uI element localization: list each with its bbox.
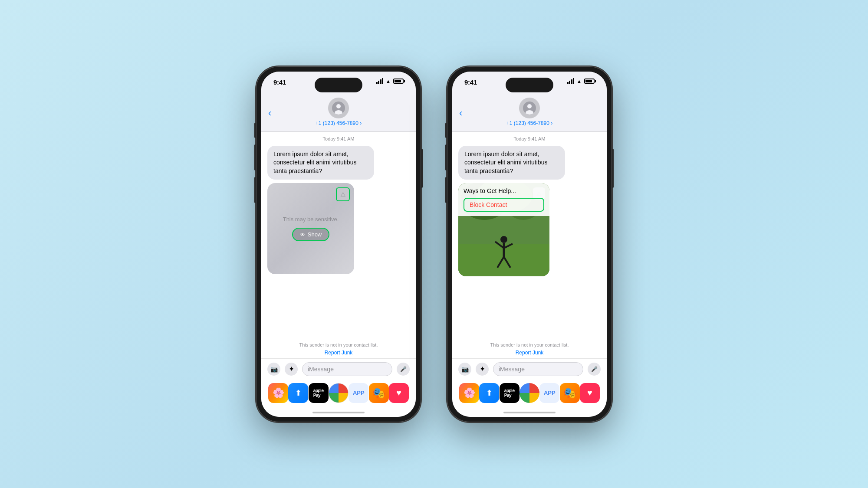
power-button-right <box>612 149 614 188</box>
signal-icon-left <box>376 79 384 84</box>
input-bar-left: 📷 ✦ iMessage 🎤 <box>261 358 416 380</box>
warning-triangle-icon: ⚠ <box>340 191 346 198</box>
messages-area-left: Today 9:41 AM Lorem ipsum dolor sit amet… <box>261 132 416 338</box>
power-button <box>421 149 423 188</box>
battery-fill-left <box>395 80 401 82</box>
text-message-right: Lorem ipsum dolor sit amet, consectetur … <box>458 146 565 180</box>
camera-button-left[interactable]: 📷 <box>267 363 280 376</box>
bottom-notice-right: This sender is not in your contact list.… <box>452 338 607 358</box>
message-input-right[interactable]: iMessage <box>493 362 583 376</box>
dock-avatar-left[interactable]: 🎭 <box>369 383 389 403</box>
bottom-notice-left: This sender is not in your contact list.… <box>261 338 416 358</box>
phone-screen-left: 9:41 ▲ ‹ +1 (123) 456-7890 › <box>261 72 416 417</box>
dock-chrome-right[interactable] <box>519 383 539 403</box>
battery-fill-right <box>585 80 592 82</box>
message-input-left[interactable]: iMessage <box>302 362 392 376</box>
phone-right: 9:41 ▲ ‹ +1 (123) 456-7890 › <box>447 66 612 422</box>
home-indicator-left <box>261 408 416 417</box>
dock-photos-right[interactable]: 🌸 <box>459 383 479 403</box>
phone-left: 9:41 ▲ ‹ +1 (123) 456-7890 › <box>256 66 421 422</box>
battery-icon-left <box>393 79 404 84</box>
status-time-right: 9:41 <box>464 79 477 86</box>
contact-avatar-left[interactable] <box>328 98 349 118</box>
report-junk-link-right[interactable]: Report Junk <box>461 350 598 356</box>
dock-right: 🌸 ⬆ applePay APP 🎭 ♥ <box>452 380 607 408</box>
volume-up-button <box>254 144 256 170</box>
messages-area-right: Today 9:41 AM Lorem ipsum dolor sit amet… <box>452 132 607 338</box>
avatar-icon-left <box>332 102 345 115</box>
dock-applepay-right[interactable]: applePay <box>500 383 519 403</box>
dock-heart-right[interactable]: ♥ <box>580 383 600 403</box>
eye-icon-left: 👁 <box>300 232 305 238</box>
contact-avatar-right[interactable] <box>519 98 540 118</box>
dock-app-left[interactable]: APP <box>349 383 368 403</box>
camera-button-right[interactable]: 📷 <box>458 363 471 376</box>
wifi-icon-right: ▲ <box>577 79 582 84</box>
image-bubble-left: ⚠ This may be sensitive. 👁 Show <box>267 183 354 274</box>
contact-phone-left[interactable]: +1 (123) 456-7890 › <box>316 120 362 126</box>
audio-button-right[interactable]: 🎤 <box>588 363 601 376</box>
photo-bubble-right: ⚠ Ways to Get Help... Block Contact <box>458 183 549 276</box>
home-indicator-right <box>452 408 607 417</box>
signal-icon-right <box>567 79 575 84</box>
dynamic-island-left <box>315 78 362 92</box>
volume-down-button <box>254 177 256 203</box>
home-bar-right <box>503 412 556 413</box>
blurred-content-left: ⚠ This may be sensitive. 👁 Show <box>267 183 354 274</box>
volume-up-button-right <box>445 144 447 170</box>
svg-point-5 <box>500 236 507 243</box>
notice-text-left: This sender is not in your contact list. <box>299 342 378 347</box>
back-button-right[interactable]: ‹ <box>459 108 462 119</box>
dock-avatar-right[interactable]: 🎭 <box>560 383 580 403</box>
dock-photos-left[interactable]: 🌸 <box>268 383 288 403</box>
status-icons-right: ▲ <box>567 79 595 84</box>
dock-appstore-left[interactable]: ⬆ <box>288 383 308 403</box>
show-button-left[interactable]: 👁 Show <box>292 228 330 241</box>
dynamic-island-right <box>506 78 553 92</box>
audio-button-left[interactable]: 🎤 <box>397 363 410 376</box>
dock-heart-left[interactable]: ♥ <box>389 383 409 403</box>
contact-phone-right[interactable]: +1 (123) 456-7890 › <box>506 120 552 126</box>
dock-appstore-right[interactable]: ⬆ <box>479 383 499 403</box>
report-junk-link-left[interactable]: Report Junk <box>270 350 407 356</box>
silent-button-right <box>445 123 447 138</box>
back-button-left[interactable]: ‹ <box>268 108 271 119</box>
warning-badge-left: ⚠ <box>336 187 350 201</box>
text-message-left: Lorem ipsum dolor sit amet, consectetur … <box>267 146 374 180</box>
home-bar-left <box>312 412 365 413</box>
timestamp-right: Today 9:41 AM <box>458 136 601 141</box>
notice-text-right: This sender is not in your contact list. <box>490 342 569 347</box>
nav-header-left: ‹ +1 (123) 456-7890 › <box>261 95 416 132</box>
dock-left: 🌸 ⬆ applePay APP 🎭 ♥ <box>261 380 416 408</box>
wifi-icon-left: ▲ <box>386 79 391 84</box>
nav-header-right: ‹ +1 (123) 456-7890 › <box>452 95 607 132</box>
phone-screen-right: 9:41 ▲ ‹ +1 (123) 456-7890 › <box>452 72 607 417</box>
status-time-left: 9:41 <box>273 79 286 86</box>
block-contact-button[interactable]: Block Contact <box>464 198 544 212</box>
dock-chrome-left[interactable] <box>329 383 349 403</box>
overlay-card-right: Ways to Get Help... Block Contact <box>458 183 549 216</box>
apps-button-right[interactable]: ✦ <box>476 363 489 376</box>
silent-button <box>254 123 256 138</box>
apps-button-left[interactable]: ✦ <box>285 363 298 376</box>
volume-down-button-right <box>445 177 447 203</box>
input-bar-right: 📷 ✦ iMessage 🎤 <box>452 358 607 380</box>
sensitive-label-left: This may be sensitive. <box>283 216 339 223</box>
avatar-icon-right <box>523 102 536 115</box>
ways-to-get-help-label: Ways to Get Help... <box>464 187 544 194</box>
status-icons-left: ▲ <box>376 79 404 84</box>
battery-icon-right <box>584 79 595 84</box>
dock-applepay-left[interactable]: applePay <box>309 383 329 403</box>
dock-app-right[interactable]: APP <box>539 383 559 403</box>
timestamp-left: Today 9:41 AM <box>267 136 410 141</box>
